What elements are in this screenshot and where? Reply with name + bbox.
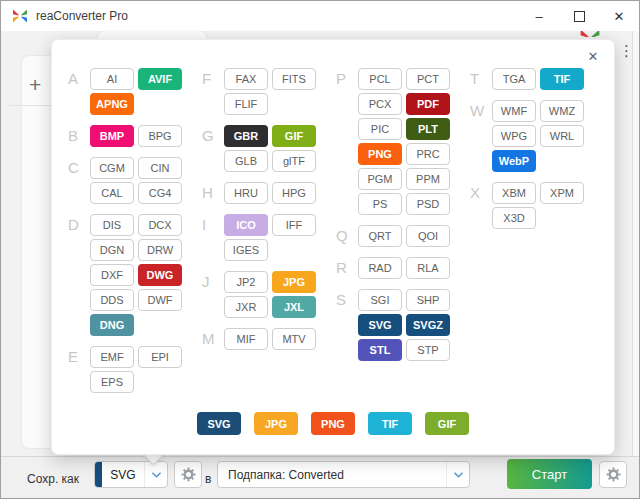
format-settings-button[interactable] [174, 461, 202, 488]
format-chip-emf[interactable]: EMF [90, 346, 134, 368]
format-chip-bpg[interactable]: BPG [138, 125, 182, 147]
close-button[interactable]: ✕ [599, 1, 639, 31]
format-chip-dgn[interactable]: DGN [90, 239, 134, 261]
format-chip-webp[interactable]: WebP [492, 150, 536, 172]
titlebar: reaConverter Pro – ✕ [1, 1, 639, 31]
format-chip-dwg[interactable]: DWG [138, 264, 182, 286]
format-chip-pic[interactable]: PIC [358, 118, 402, 140]
overflow-menu-icon[interactable]: ⋮ [613, 34, 627, 68]
format-chip-apng[interactable]: APNG [90, 93, 134, 115]
format-chip-gif[interactable]: GIF [272, 125, 316, 147]
format-chip-eps[interactable]: EPS [90, 371, 134, 393]
quick-format-tif[interactable]: TIF [368, 412, 412, 435]
format-chip-wmz[interactable]: WMZ [540, 100, 584, 122]
format-chip-dng[interactable]: DNG [90, 314, 134, 336]
format-chip-jpg[interactable]: JPG [272, 271, 316, 293]
format-chip-svg[interactable]: SVG [358, 314, 402, 336]
quick-format-png[interactable]: PNG [311, 412, 355, 435]
format-chip-wrl[interactable]: WRL [540, 125, 584, 147]
format-chip-bmp[interactable]: BMP [90, 125, 134, 147]
format-group-f: FFAXFITSFLIF [202, 68, 316, 118]
format-chip-ppm[interactable]: PPM [406, 168, 450, 190]
format-chip-iff[interactable]: IFF [272, 214, 316, 236]
format-chip-pgm[interactable]: PGM [358, 168, 402, 190]
format-chip-dis[interactable]: DIS [90, 214, 134, 236]
format-chip-fax[interactable]: FAX [224, 68, 268, 90]
format-chip-pcl[interactable]: PCL [358, 68, 402, 90]
right-panel-edge [632, 31, 640, 456]
format-group-s: SSGISHPSVGSVGZSTLSTP [336, 289, 450, 364]
format-row: EMFEPI [90, 346, 182, 368]
format-chip-cgm[interactable]: CGM [90, 157, 134, 179]
format-chip-x3d[interactable]: X3D [492, 207, 536, 229]
format-chip-ai[interactable]: AI [90, 68, 134, 90]
format-chip-xpm[interactable]: XPM [540, 182, 584, 204]
format-chip-jxr[interactable]: JXR [224, 296, 268, 318]
format-row: SGISHP [358, 289, 450, 311]
destination-select[interactable]: Подпапка: Converted [217, 461, 470, 488]
quick-format-svg[interactable]: SVG [197, 412, 241, 435]
format-chip-gbr[interactable]: GBR [224, 125, 268, 147]
format-group-t: TTGATIF [470, 68, 584, 93]
format-chip-psd[interactable]: PSD [406, 193, 450, 215]
quick-format-gif[interactable]: GIF [425, 412, 469, 435]
group-rows: CGMCINCALCG4 [90, 157, 182, 207]
format-chip-sgi[interactable]: SGI [358, 289, 402, 311]
maximize-button[interactable] [559, 1, 599, 31]
format-select[interactable]: SVG [94, 461, 168, 488]
format-chip-stl[interactable]: STL [358, 339, 402, 361]
format-chip-rad[interactable]: RAD [358, 257, 402, 279]
format-chip-stp[interactable]: STP [406, 339, 450, 361]
format-chip-epi[interactable]: EPI [138, 346, 182, 368]
format-chip-jxl[interactable]: JXL [272, 296, 316, 318]
quick-format-jpg[interactable]: JPG [254, 412, 298, 435]
format-chip-mtv[interactable]: MTV [272, 328, 316, 350]
format-chip-tga[interactable]: TGA [492, 68, 536, 90]
format-chip-avif[interactable]: AVIF [138, 68, 182, 90]
app-logo-icon [12, 8, 28, 24]
format-chip-mif[interactable]: MIF [224, 328, 268, 350]
format-chip-svgz[interactable]: SVGZ [406, 314, 450, 336]
format-chip-tif[interactable]: TIF [540, 68, 584, 90]
format-chip-prc[interactable]: PRC [406, 143, 450, 165]
format-chip-rla[interactable]: RLA [406, 257, 450, 279]
format-chip-wmf[interactable]: WMF [492, 100, 536, 122]
format-chip-jp2[interactable]: JP2 [224, 271, 268, 293]
format-chip-drw[interactable]: DRW [138, 239, 182, 261]
format-chip-shp[interactable]: SHP [406, 289, 450, 311]
format-chip-dds[interactable]: DDS [90, 289, 134, 311]
format-chip-hru[interactable]: HRU [224, 182, 268, 204]
format-chip-ps[interactable]: PS [358, 193, 402, 215]
format-chip-dwf[interactable]: DWF [138, 289, 182, 311]
save-as-bar: Сохр. как SVG в Подпапка: Converted [1, 456, 639, 499]
format-chip-glb[interactable]: GLB [224, 150, 268, 172]
format-chip-cal[interactable]: CAL [90, 182, 134, 204]
format-chip-plt[interactable]: PLT [406, 118, 450, 140]
add-files-icon[interactable]: + [29, 73, 41, 97]
format-chip-gltf[interactable]: glTF [272, 150, 316, 172]
settings-button[interactable] [599, 461, 627, 488]
format-chip-flif[interactable]: FLIF [224, 93, 268, 115]
format-chip-ico[interactable]: ICO [224, 214, 268, 236]
format-chip-qoi[interactable]: QOI [406, 225, 450, 247]
format-chip-png[interactable]: PNG [358, 143, 402, 165]
minimize-button[interactable]: – [519, 1, 559, 31]
start-button[interactable]: Старт [507, 459, 592, 489]
format-chip-iges[interactable]: IGES [224, 239, 268, 261]
format-chip-cin[interactable]: CIN [138, 157, 182, 179]
group-rows: BMPBPG [90, 125, 182, 150]
format-chip-dxf[interactable]: DXF [90, 264, 134, 286]
format-chip-cg4[interactable]: CG4 [138, 182, 182, 204]
format-chip-xbm[interactable]: XBM [492, 182, 536, 204]
format-chip-dcx[interactable]: DCX [138, 214, 182, 236]
format-chip-pct[interactable]: PCT [406, 68, 450, 90]
format-chip-wpg[interactable]: WPG [492, 125, 536, 147]
format-chip-qrt[interactable]: QRT [358, 225, 402, 247]
format-chip-hpg[interactable]: HPG [272, 182, 316, 204]
format-row: XBMXPM [492, 182, 584, 204]
dialog-close-button[interactable]: ✕ [584, 48, 602, 66]
format-chip-pcx[interactable]: PCX [358, 93, 402, 115]
group-letter: A [68, 68, 84, 118]
format-chip-fits[interactable]: FITS [272, 68, 316, 90]
format-chip-pdf[interactable]: PDF [406, 93, 450, 115]
